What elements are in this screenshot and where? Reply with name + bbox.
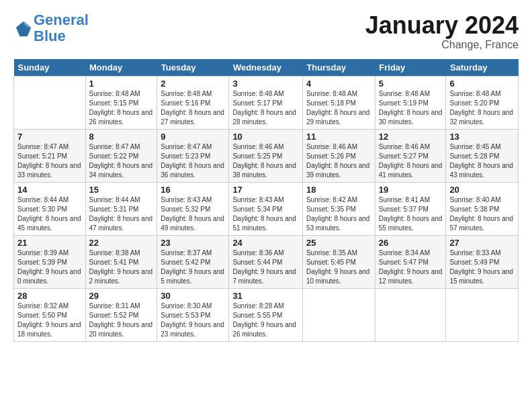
cell-w2-d1: 15 Sunrise: 8:44 AMSunset: 5:31 PMDaylig…	[85, 182, 157, 235]
day-number: 2	[161, 79, 225, 89]
cell-w4-d2: 30 Sunrise: 8:30 AMSunset: 5:53 PMDaylig…	[157, 288, 229, 341]
day-info: Sunrise: 8:42 AMSunset: 5:35 PMDaylight:…	[306, 195, 371, 233]
day-info: Sunrise: 8:47 AMSunset: 5:21 PMDaylight:…	[17, 142, 82, 180]
cell-w3-d0: 21 Sunrise: 8:39 AMSunset: 5:39 PMDaylig…	[14, 235, 86, 288]
day-number: 15	[89, 185, 154, 195]
day-number: 12	[379, 132, 443, 142]
weekday-header-row: Sunday Monday Tuesday Wednesday Thursday…	[14, 59, 519, 77]
header-sunday: Sunday	[14, 59, 86, 77]
week-row-0: 1 Sunrise: 8:48 AMSunset: 5:15 PMDayligh…	[14, 76, 519, 129]
header-friday: Friday	[375, 59, 446, 77]
cell-w2-d2: 16 Sunrise: 8:43 AMSunset: 5:32 PMDaylig…	[157, 182, 229, 235]
day-info: Sunrise: 8:48 AMSunset: 5:16 PMDaylight:…	[161, 89, 225, 127]
day-info: Sunrise: 8:39 AMSunset: 5:39 PMDaylight:…	[17, 248, 82, 286]
day-info: Sunrise: 8:48 AMSunset: 5:20 PMDaylight:…	[449, 89, 515, 127]
month-title: January 2024	[365, 12, 519, 39]
cell-w1-d6: 13 Sunrise: 8:45 AMSunset: 5:28 PMDaylig…	[446, 129, 519, 182]
day-number: 24	[232, 238, 299, 248]
cell-w0-d4: 4 Sunrise: 8:48 AMSunset: 5:18 PMDayligh…	[302, 76, 375, 129]
header-monday: Monday	[85, 59, 157, 77]
cell-w1-d0: 7 Sunrise: 8:47 AMSunset: 5:21 PMDayligh…	[14, 129, 86, 182]
cell-w3-d4: 25 Sunrise: 8:35 AMSunset: 5:45 PMDaylig…	[302, 235, 375, 288]
day-number: 3	[232, 79, 299, 89]
day-number: 9	[161, 132, 225, 142]
day-number: 6	[449, 79, 515, 89]
day-number: 20	[449, 185, 515, 195]
cell-w2-d4: 18 Sunrise: 8:42 AMSunset: 5:35 PMDaylig…	[302, 182, 375, 235]
logo-icon	[15, 19, 34, 38]
day-number: 26	[379, 238, 443, 248]
day-number: 4	[306, 79, 371, 89]
day-info: Sunrise: 8:28 AMSunset: 5:55 PMDaylight:…	[232, 302, 299, 339]
cell-w4-d6	[446, 288, 519, 341]
header-saturday: Saturday	[446, 59, 519, 77]
week-row-3: 21 Sunrise: 8:39 AMSunset: 5:39 PMDaylig…	[14, 235, 519, 288]
day-number: 13	[449, 132, 515, 142]
day-number: 31	[232, 291, 299, 301]
day-info: Sunrise: 8:45 AMSunset: 5:28 PMDaylight:…	[449, 142, 515, 180]
cell-w4-d4	[302, 288, 375, 341]
cell-w1-d1: 8 Sunrise: 8:47 AMSunset: 5:22 PMDayligh…	[85, 129, 157, 182]
header: General Blue January 2024 Change, France	[13, 12, 519, 51]
cell-w0-d5: 5 Sunrise: 8:48 AMSunset: 5:19 PMDayligh…	[375, 76, 446, 129]
day-number: 17	[232, 185, 299, 195]
day-number: 11	[306, 132, 371, 142]
cell-w2-d5: 19 Sunrise: 8:41 AMSunset: 5:37 PMDaylig…	[375, 182, 446, 235]
cell-w2-d0: 14 Sunrise: 8:44 AMSunset: 5:30 PMDaylig…	[14, 182, 86, 235]
day-info: Sunrise: 8:31 AMSunset: 5:52 PMDaylight:…	[89, 302, 154, 339]
day-info: Sunrise: 8:38 AMSunset: 5:41 PMDaylight:…	[89, 248, 154, 286]
cell-w0-d0	[14, 76, 86, 129]
day-info: Sunrise: 8:32 AMSunset: 5:50 PMDaylight:…	[17, 302, 82, 339]
day-number: 1	[89, 79, 154, 89]
day-info: Sunrise: 8:37 AMSunset: 5:42 PMDaylight:…	[161, 248, 225, 286]
location-subtitle: Change, France	[365, 39, 519, 51]
cell-w3-d1: 22 Sunrise: 8:38 AMSunset: 5:41 PMDaylig…	[85, 235, 157, 288]
day-info: Sunrise: 8:48 AMSunset: 5:15 PMDaylight:…	[89, 89, 154, 127]
cell-w2-d3: 17 Sunrise: 8:43 AMSunset: 5:34 PMDaylig…	[229, 182, 303, 235]
cell-w3-d3: 24 Sunrise: 8:36 AMSunset: 5:44 PMDaylig…	[229, 235, 303, 288]
cell-w4-d5	[375, 288, 446, 341]
cell-w2-d6: 20 Sunrise: 8:40 AMSunset: 5:38 PMDaylig…	[446, 182, 519, 235]
cell-w3-d2: 23 Sunrise: 8:37 AMSunset: 5:42 PMDaylig…	[157, 235, 229, 288]
cell-w1-d5: 12 Sunrise: 8:46 AMSunset: 5:27 PMDaylig…	[375, 129, 446, 182]
day-number: 23	[161, 238, 225, 248]
day-number: 7	[17, 132, 82, 142]
day-info: Sunrise: 8:47 AMSunset: 5:22 PMDaylight:…	[89, 142, 154, 180]
day-info: Sunrise: 8:44 AMSunset: 5:30 PMDaylight:…	[17, 195, 82, 233]
day-number: 22	[89, 238, 154, 248]
week-row-2: 14 Sunrise: 8:44 AMSunset: 5:30 PMDaylig…	[14, 182, 519, 235]
calendar-table: Sunday Monday Tuesday Wednesday Thursday…	[13, 59, 519, 342]
logo: General Blue	[13, 12, 89, 44]
logo-text2: Blue	[34, 28, 89, 44]
day-number: 14	[17, 185, 82, 195]
day-info: Sunrise: 8:43 AMSunset: 5:32 PMDaylight:…	[161, 195, 225, 233]
cell-w0-d1: 1 Sunrise: 8:48 AMSunset: 5:15 PMDayligh…	[85, 76, 157, 129]
day-number: 5	[379, 79, 443, 89]
day-info: Sunrise: 8:46 AMSunset: 5:27 PMDaylight:…	[379, 142, 443, 180]
day-info: Sunrise: 8:48 AMSunset: 5:17 PMDaylight:…	[232, 89, 299, 127]
cell-w4-d0: 28 Sunrise: 8:32 AMSunset: 5:50 PMDaylig…	[14, 288, 86, 341]
header-tuesday: Tuesday	[157, 59, 229, 77]
day-info: Sunrise: 8:43 AMSunset: 5:34 PMDaylight:…	[232, 195, 299, 233]
cell-w4-d3: 31 Sunrise: 8:28 AMSunset: 5:55 PMDaylig…	[229, 288, 303, 341]
svg-marker-0	[16, 21, 31, 36]
cell-w1-d3: 10 Sunrise: 8:46 AMSunset: 5:25 PMDaylig…	[229, 129, 303, 182]
day-info: Sunrise: 8:41 AMSunset: 5:37 PMDaylight:…	[379, 195, 443, 233]
day-number: 18	[306, 185, 371, 195]
cell-w3-d5: 26 Sunrise: 8:34 AMSunset: 5:47 PMDaylig…	[375, 235, 446, 288]
day-info: Sunrise: 8:47 AMSunset: 5:23 PMDaylight:…	[161, 142, 225, 180]
cell-w4-d1: 29 Sunrise: 8:31 AMSunset: 5:52 PMDaylig…	[85, 288, 157, 341]
cell-w3-d6: 27 Sunrise: 8:33 AMSunset: 5:49 PMDaylig…	[446, 235, 519, 288]
day-number: 28	[17, 291, 82, 301]
day-info: Sunrise: 8:44 AMSunset: 5:31 PMDaylight:…	[89, 195, 154, 233]
week-row-1: 7 Sunrise: 8:47 AMSunset: 5:21 PMDayligh…	[14, 129, 519, 182]
day-number: 19	[379, 185, 443, 195]
day-info: Sunrise: 8:48 AMSunset: 5:19 PMDaylight:…	[379, 89, 443, 127]
week-row-4: 28 Sunrise: 8:32 AMSunset: 5:50 PMDaylig…	[14, 288, 519, 341]
day-info: Sunrise: 8:35 AMSunset: 5:45 PMDaylight:…	[306, 248, 371, 286]
day-info: Sunrise: 8:46 AMSunset: 5:25 PMDaylight:…	[232, 142, 299, 180]
cell-w1-d4: 11 Sunrise: 8:46 AMSunset: 5:26 PMDaylig…	[302, 129, 375, 182]
day-info: Sunrise: 8:48 AMSunset: 5:18 PMDaylight:…	[306, 89, 371, 127]
logo-text: General	[34, 12, 89, 28]
day-info: Sunrise: 8:36 AMSunset: 5:44 PMDaylight:…	[232, 248, 299, 286]
